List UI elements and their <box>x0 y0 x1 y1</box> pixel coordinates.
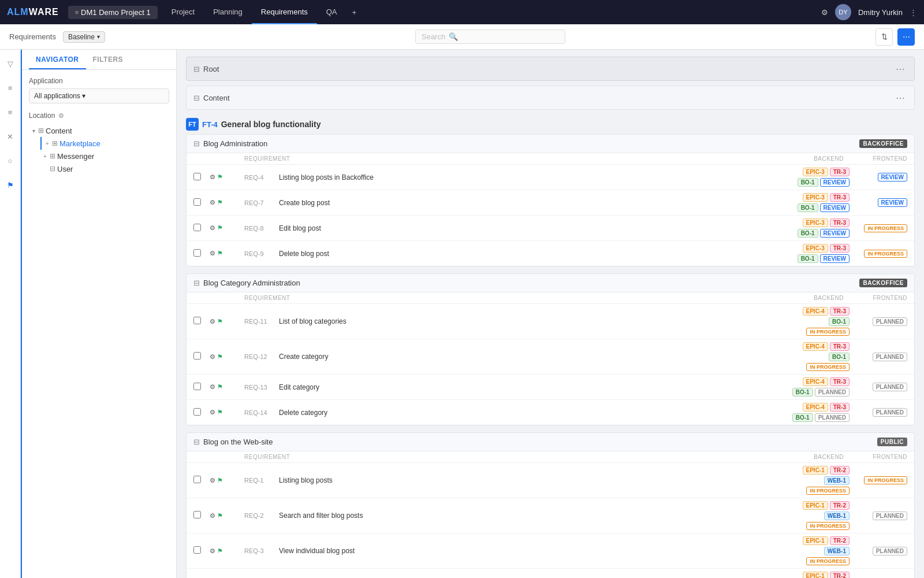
search-placeholder: Search <box>422 32 445 41</box>
tab-navigator[interactable]: NAVIGATOR <box>29 50 86 69</box>
req-frontend-req2: PLANNED <box>850 512 907 520</box>
tab-planning[interactable]: Planning <box>204 0 252 24</box>
sub-header: Requirements Baseline ▾ Search 🔍 ⇅ ⋯ <box>0 24 924 50</box>
tab-filters[interactable]: FILTERS <box>86 50 131 69</box>
story-title-blog-cat: Blog Category Administration <box>203 279 300 287</box>
checkbox-req3[interactable] <box>193 546 201 554</box>
checkbox-req4[interactable] <box>193 173 201 180</box>
flag-icon-req8: ⚑ <box>217 224 223 232</box>
gear-icon-req7: ⚙ <box>210 199 215 206</box>
req-id-req9: REQ-9 <box>244 250 279 257</box>
close-icon[interactable]: ✕ <box>2 128 18 144</box>
tree-label-messenger: Messenger <box>57 152 94 161</box>
checkbox-req8[interactable] <box>193 224 201 231</box>
req-id-req4: REQ-4 <box>244 174 279 181</box>
menu-icon-1[interactable]: ≡ <box>2 80 18 96</box>
checkbox-req11[interactable] <box>193 317 201 324</box>
req-frontend-req14: PLANNED <box>850 408 907 417</box>
req-row-req9: ⚙ ⚑ REQ-9 Delete blog post EPIC-3 TR-3 B… <box>187 241 914 266</box>
req-backend-req11: EPIC-4 TR-3 BO-1 IN PROGRESS <box>792 307 850 336</box>
req-name-req9: Delete blog post <box>279 250 792 258</box>
req-name-req11: List of blog categories <box>279 317 792 325</box>
expand-icon-user[interactable] <box>40 164 50 173</box>
expand-icon-marketplace[interactable]: + <box>43 139 52 148</box>
story-icon-blog-admin: ⊟ <box>193 139 200 148</box>
sort-button[interactable]: ⇅ <box>875 28 893 46</box>
tag-review-fe-1: REVIEW <box>878 173 907 181</box>
add-tab-button[interactable]: + <box>346 0 363 24</box>
checkbox-req7[interactable] <box>193 198 201 206</box>
root-more-button[interactable]: ⋯ <box>893 62 907 76</box>
story-icon-blog-web: ⊟ <box>193 438 200 446</box>
more-options-button[interactable]: ⋯ <box>897 28 915 46</box>
expand-icon-messenger[interactable]: + <box>40 151 50 161</box>
req-frontend-req11: PLANNED <box>850 317 907 326</box>
checkbox-req9[interactable] <box>193 249 201 257</box>
user-menu-icon[interactable]: ⋮ <box>910 8 917 17</box>
main-content: ⊟ Root ⋯ ⊟ Content ⋯ FT FT-4 General blo… <box>177 50 924 578</box>
menu-icon-2[interactable]: ≡ <box>2 104 18 120</box>
tag-tr3-1: TR-3 <box>830 168 850 176</box>
folder-icon: ⊞ <box>38 127 44 135</box>
content-section-header: ⊟ Content ⋯ <box>186 86 915 110</box>
tab-qa[interactable]: QA <box>317 0 346 24</box>
req-row-req5: ⚙ ⚑ REQ-5 Display related blog posts EPI… <box>187 569 914 578</box>
tree-item-marketplace[interactable]: + ⊞ Marketplace <box>40 137 169 150</box>
tree-item-messenger[interactable]: + ⊞ Messenger <box>40 150 169 162</box>
req-id-req3: REQ-3 <box>244 547 279 554</box>
user-name: Dmitry Yurkin <box>858 8 903 17</box>
req-frontend-req12: PLANNED <box>850 353 907 361</box>
settings-icon[interactable]: ⚙ <box>821 8 828 17</box>
story-icon-blog-cat: ⊟ <box>193 279 200 287</box>
tab-requirements[interactable]: Requirements <box>252 0 317 24</box>
req-name-req3: View individual blog post <box>279 547 792 555</box>
checkbox-req2[interactable] <box>193 511 201 518</box>
checkbox-req12[interactable] <box>193 352 201 360</box>
col-frontend-2: FRONTEND <box>844 295 907 301</box>
col-backend-1: BACKEND <box>728 155 844 162</box>
root-section-header: ⊟ Root ⋯ <box>186 57 915 81</box>
req-row-req2: ⚙ ⚑ REQ-2 Search and filter blog posts E… <box>187 498 914 533</box>
checkbox-req14[interactable] <box>193 408 201 416</box>
tree-item-user[interactable]: ⊟ User <box>40 162 169 175</box>
nav-tabs: Project Planning Requirements QA + <box>162 0 821 24</box>
tree-item-content[interactable]: ▾ ⊞ Content <box>29 124 169 137</box>
env-badge-backoffice-2: BACKOFFICE <box>859 279 907 287</box>
req-name-req7: Create blog post <box>279 199 792 207</box>
story-header-blog-cat-admin: ⊟ Blog Category Administration BACKOFFIC… <box>187 274 914 292</box>
req-name-req2: Search and filter blog posts <box>279 512 792 520</box>
tree-label-content: Content <box>46 127 72 135</box>
req-frontend-req9: IN PROGRESS <box>850 250 907 258</box>
requirements-title: Requirements <box>9 32 56 41</box>
app-logo: ALMWARE <box>7 7 59 17</box>
flag-nav-icon[interactable]: ⚑ <box>2 177 18 193</box>
sub-header-actions: ⇅ ⋯ <box>875 28 915 46</box>
story-header-blog-admin: ⊟ Blog Administration BACKOFFICE <box>187 135 914 153</box>
req-frontend-req13: PLANNED <box>850 383 907 391</box>
location-settings-icon[interactable]: ⚙ <box>58 112 64 120</box>
col-requirement-1: REQUIREMENT <box>244 155 728 162</box>
filter-icon[interactable]: ▽ <box>2 55 18 72</box>
location-header: Location ⚙ <box>29 112 169 120</box>
content-inner: ⊟ Root ⋯ ⊟ Content ⋯ FT FT-4 General blo… <box>177 50 924 578</box>
tab-project[interactable]: Project <box>162 0 204 24</box>
checkbox-req13[interactable] <box>193 383 201 390</box>
app-select[interactable]: All applications ▾ <box>29 88 169 103</box>
req-row-req13: ⚙ ⚑ REQ-13 Edit category EPIC-4 TR-3 BO-… <box>187 375 914 400</box>
nav-right: ⚙ DY Dmitry Yurkin ⋮ <box>821 4 917 20</box>
search-input[interactable]: Search 🔍 <box>415 29 565 44</box>
story-group-blog-cat-admin: ⊟ Blog Category Administration BACKOFFIC… <box>186 273 915 425</box>
col-frontend-1: FRONTEND <box>844 155 907 162</box>
content-more-button[interactable]: ⋯ <box>893 91 907 105</box>
baseline-selector[interactable]: Baseline ▾ <box>63 31 105 43</box>
col-backend-2: BACKEND <box>728 295 844 301</box>
content-label: Content <box>203 94 230 102</box>
checkbox-req1[interactable] <box>193 476 201 483</box>
circle-icon[interactable]: ○ <box>2 153 18 169</box>
req-table-header-1: REQUIREMENT BACKEND FRONTEND <box>187 153 914 165</box>
req-name-req4: Listing blog posts in Backoffice <box>279 173 792 181</box>
expand-icon[interactable]: ▾ <box>29 126 38 135</box>
req-backend-req8: EPIC-3 TR-3 BO-1 REVIEW <box>792 218 850 238</box>
req-frontend-req1: IN PROGRESS <box>850 476 907 484</box>
project-selector[interactable]: ≡ DM1 Demo Project 1 <box>68 6 158 19</box>
